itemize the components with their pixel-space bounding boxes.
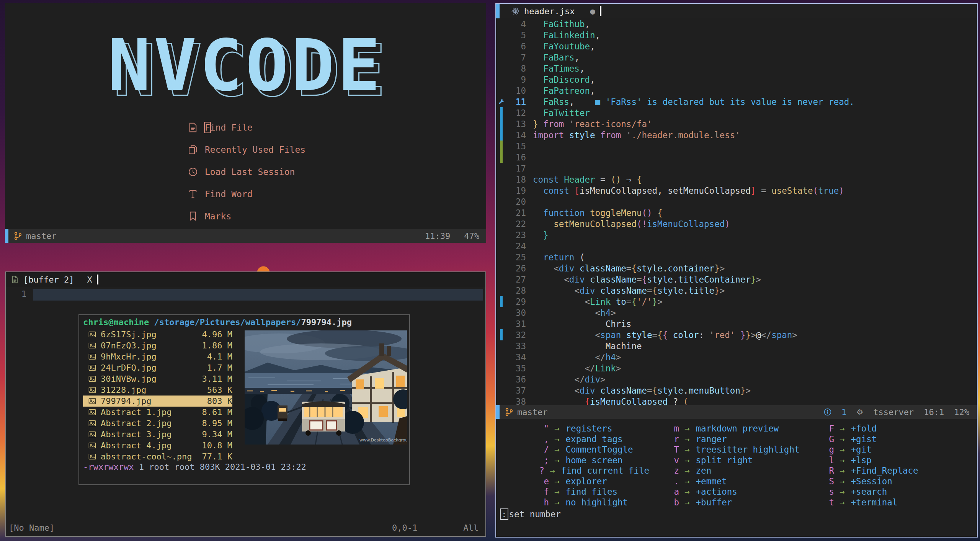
line-number: 13 bbox=[506, 119, 526, 129]
line-number: 32 bbox=[506, 330, 526, 340]
code-line[interactable]: 31 Chris bbox=[496, 318, 977, 329]
whichkey-binding[interactable]: .→+emmet bbox=[649, 476, 804, 487]
code-line[interactable]: 29 <Link to={'/'}> bbox=[496, 296, 977, 307]
code-line[interactable]: 35 </Link> bbox=[496, 363, 977, 374]
code-line[interactable]: 21 function toggleMenu() { bbox=[496, 207, 977, 218]
code-line[interactable]: 8 FaTimes, bbox=[496, 63, 977, 74]
whichkey-binding[interactable]: s→+search bbox=[804, 487, 956, 497]
arrow-right-icon: → bbox=[679, 476, 696, 487]
code-line[interactable]: 22 setMenuCollapsed(!isMenuCollapsed) bbox=[496, 218, 977, 229]
file-row[interactable]: 6zS17Sj.jpg4.96 M bbox=[83, 329, 232, 340]
code-line[interactable]: 27 <div className={style.titleContainer}… bbox=[496, 274, 977, 285]
whichkey-binding[interactable]: v→split right bbox=[649, 455, 804, 466]
file-row[interactable]: 07nEzQ3.jpg1.86 M bbox=[83, 340, 232, 351]
file-row[interactable]: Abstract 4.jpg10.8 M bbox=[83, 440, 232, 451]
image-icon bbox=[88, 331, 96, 338]
code-line[interactable]: 24 bbox=[496, 240, 977, 252]
file-row[interactable]: Abstract 2.jpg8.95 M bbox=[83, 418, 232, 429]
file-row[interactable]: abstract-cool~.png77.1 K bbox=[83, 451, 232, 462]
scroll-percent: 47% bbox=[464, 231, 479, 241]
whichkey-binding[interactable]: ,→expand tags bbox=[519, 434, 649, 445]
code-text: <span style={{ color: 'red' }}>@</span> bbox=[526, 330, 797, 340]
code-line[interactable]: 7 FaBars, bbox=[496, 52, 977, 63]
whichkey-binding[interactable]: r→ranger bbox=[649, 434, 804, 445]
code-action-wrench-icon bbox=[496, 96, 506, 107]
code-line[interactable]: 34 </h4> bbox=[496, 351, 977, 363]
file-row[interactable]: 9hMxcHr.jpg4.1 M bbox=[83, 351, 232, 362]
code-line[interactable]: 32 <span style={{ color: 'red' }}>@</spa… bbox=[496, 329, 977, 340]
code-line[interactable]: 33 Machine bbox=[496, 340, 977, 351]
buffer-line-1[interactable]: 1 bbox=[6, 289, 485, 301]
whichkey-binding[interactable]: R→+Find_Replace bbox=[804, 466, 956, 476]
code-line[interactable]: 26 <div className={style.container}> bbox=[496, 263, 977, 274]
whichkey-binding[interactable]: l→+lsp bbox=[804, 455, 956, 466]
file-row[interactable]: Abstract 1.jpg8.61 M bbox=[83, 407, 232, 418]
whichkey-binding[interactable]: T→treesitter highlight bbox=[649, 445, 804, 455]
command-line[interactable]: : set number bbox=[500, 508, 561, 520]
whichkey-binding[interactable]: ;→home screen bbox=[519, 455, 649, 466]
whichkey-key: T bbox=[649, 445, 679, 455]
code-line[interactable]: 20 bbox=[496, 196, 977, 207]
tab-buffer-2[interactable]: [buffer 2] X bbox=[6, 272, 104, 287]
whichkey-binding[interactable]: h→no highlight bbox=[519, 497, 649, 508]
line-number: 7 bbox=[506, 52, 526, 62]
whichkey-key: v bbox=[649, 455, 679, 466]
file-row[interactable]: 30iNVBw.jpg3.11 M bbox=[83, 373, 232, 384]
code-line[interactable]: 9 FaDiscord, bbox=[496, 74, 977, 85]
whichkey-label: +Find_Replace bbox=[851, 466, 918, 476]
code-line[interactable]: 30 <h4> bbox=[496, 307, 977, 318]
start-menu-item[interactable]: Marks bbox=[188, 205, 305, 227]
code-line[interactable]: 17 bbox=[496, 163, 977, 174]
code-line[interactable]: 18const Header = () ⇒ { bbox=[496, 174, 977, 185]
file-name: 24LrDFQ.jpg bbox=[101, 363, 207, 373]
file-row[interactable]: 24LrDFQ.jpg1.7 M bbox=[83, 362, 232, 373]
whichkey-binding[interactable]: b→+buffer bbox=[649, 497, 804, 508]
whichkey-binding[interactable]: m→markdown preview bbox=[649, 423, 804, 434]
whichkey-binding[interactable]: S→+Session bbox=[804, 476, 956, 487]
code-line[interactable]: 25 return ( bbox=[496, 252, 977, 263]
code-line[interactable]: 12 FaTwitter bbox=[496, 107, 977, 118]
start-menu-item[interactable]: Load Last Session bbox=[188, 161, 305, 183]
whichkey-key: " bbox=[519, 423, 549, 434]
whichkey-binding[interactable]: G→+gist bbox=[804, 434, 956, 445]
whichkey-label: +emmet bbox=[696, 476, 727, 487]
code-line[interactable]: 15 bbox=[496, 141, 977, 152]
code-line[interactable]: 19 const [isMenuCollapsed, setMenuCollap… bbox=[496, 185, 977, 196]
code-line[interactable]: 10 FaPatreon, bbox=[496, 85, 977, 96]
whichkey-binding[interactable]: e→explorer bbox=[519, 476, 649, 487]
code-line[interactable]: 16 bbox=[496, 152, 977, 163]
file-row[interactable]: Abstract 3.jpg9.34 M bbox=[83, 429, 232, 440]
tab-header-jsx[interactable]: header.jsx ● bbox=[511, 4, 601, 18]
diagnostic-count: 1 bbox=[841, 407, 846, 417]
code-line[interactable]: 11 FaRss, ■ 'FaRss' is declared but its … bbox=[496, 96, 977, 107]
whichkey-binding[interactable]: ?→find current file bbox=[519, 466, 649, 476]
code-line[interactable]: 5 FaLinkedin, bbox=[496, 29, 977, 41]
whichkey-binding[interactable]: a→+actions bbox=[649, 487, 804, 497]
code-line[interactable]: 6 FaYoutube, bbox=[496, 41, 977, 52]
whichkey-binding[interactable]: F→+fold bbox=[804, 423, 956, 434]
code-line[interactable]: 4 FaGithub, bbox=[496, 18, 977, 29]
start-menu-item[interactable]: Find File bbox=[188, 116, 305, 139]
whichkey-binding[interactable]: t→+terminal bbox=[804, 497, 956, 508]
whichkey-binding[interactable]: g→+git bbox=[804, 445, 956, 455]
code-line[interactable]: 28 <div className={style.title}> bbox=[496, 285, 977, 296]
file-size: 803 K bbox=[207, 396, 232, 406]
code-line[interactable]: 13} from 'react-icons/fa' bbox=[496, 118, 977, 129]
whichkey-binding[interactable]: /→CommentToggle bbox=[519, 445, 649, 455]
start-menu-item[interactable]: Find Word bbox=[188, 183, 305, 205]
whichkey-binding[interactable]: f→find files bbox=[519, 487, 649, 497]
start-menu-item-label: Find Word bbox=[205, 189, 253, 199]
start-menu-item[interactable]: Recently Used Files bbox=[188, 139, 305, 161]
start-menu-item-label: Marks bbox=[205, 211, 231, 221]
code-line[interactable]: 14import style from './header.module.les… bbox=[496, 129, 977, 141]
tab-close-button[interactable]: X bbox=[87, 275, 92, 284]
whichkey-binding[interactable]: z→zen bbox=[649, 466, 804, 476]
code-line[interactable]: 23 } bbox=[496, 229, 977, 240]
code-line[interactable]: 37 <div className={style.menuButton}> bbox=[496, 385, 977, 396]
whichkey-binding[interactable]: "→registers bbox=[519, 423, 649, 434]
code-line[interactable]: 36 </div> bbox=[496, 374, 977, 385]
file-row[interactable]: 31228.jpg563 K bbox=[83, 384, 232, 396]
start-menu: Find FileRecently Used FilesLoad Last Se… bbox=[188, 116, 305, 227]
file-row-selected[interactable]: 799794.jpg803 K bbox=[83, 396, 232, 407]
editor-tabline: header.jsx ● bbox=[496, 4, 977, 18]
